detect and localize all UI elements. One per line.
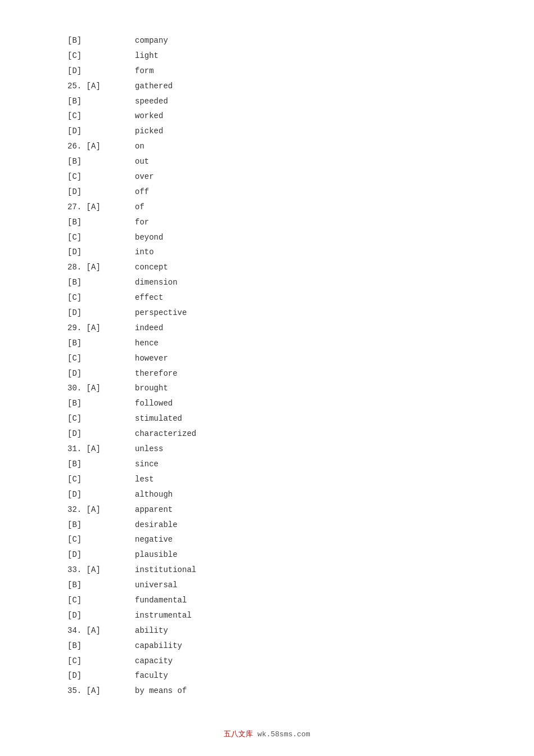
item-word: effect — [135, 291, 163, 305]
list-item: 29. [A]indeed — [67, 321, 467, 336]
item-label: [C] — [67, 654, 135, 669]
item-label: 29. [A] — [67, 321, 135, 336]
list-item: [B]followed — [67, 397, 467, 411]
item-label: [B] — [67, 155, 135, 169]
list-item: [C]light — [67, 49, 467, 64]
footer: 五八文库 wk.58sms.com — [0, 729, 534, 739]
item-label: 31. [A] — [67, 442, 135, 457]
item-word: desirable — [135, 518, 178, 533]
item-word: on — [135, 140, 144, 154]
item-label: 32. [A] — [67, 503, 135, 518]
item-label: [D] — [67, 488, 135, 502]
item-word: instrumental — [135, 609, 192, 623]
list-item: [C]fundamental — [67, 593, 467, 608]
item-label: 34. [A] — [67, 624, 135, 638]
list-item: [C]worked — [67, 109, 467, 124]
item-label: [B] — [67, 276, 135, 290]
list-item: [B]capability — [67, 639, 467, 654]
item-word: apparent — [135, 503, 173, 518]
item-word: negative — [135, 533, 173, 547]
item-word: followed — [135, 397, 173, 411]
item-label: [B] — [67, 457, 135, 472]
item-label: [D] — [67, 306, 135, 321]
list-item: [D]characterized — [67, 427, 467, 442]
list-item: [C]however — [67, 352, 467, 366]
item-word: picked — [135, 124, 163, 139]
list-item: [D]off — [67, 185, 467, 200]
list-item: 25. [A]gathered — [67, 79, 467, 94]
item-label: [C] — [67, 352, 135, 366]
list-item: [B]dimension — [67, 276, 467, 290]
item-word: into — [135, 245, 154, 260]
item-word: faculty — [135, 669, 168, 683]
item-label: 26. [A] — [67, 140, 135, 154]
item-label: 30. [A] — [67, 381, 135, 396]
item-word: brought — [135, 381, 168, 396]
item-label: [C] — [67, 533, 135, 547]
list-item: [B]out — [67, 155, 467, 169]
item-label: [C] — [67, 472, 135, 487]
item-label: [D] — [67, 64, 135, 79]
list-item: [B]hence — [67, 336, 467, 351]
item-word: indeed — [135, 321, 163, 336]
item-word: although — [135, 488, 173, 502]
list-item: [C]capacity — [67, 654, 467, 669]
list-item: [B]since — [67, 457, 467, 472]
item-word: form — [135, 64, 154, 79]
list-item: [D]picked — [67, 124, 467, 139]
item-label: [C] — [67, 412, 135, 426]
item-label: 28. [A] — [67, 260, 135, 275]
item-word: concept — [135, 260, 168, 275]
item-word: universal — [135, 578, 178, 593]
item-label: [D] — [67, 185, 135, 200]
item-label: [C] — [67, 231, 135, 245]
item-word: since — [135, 457, 159, 472]
item-word: by means of — [135, 684, 187, 699]
item-label: 35. [A] — [67, 684, 135, 699]
list-item: [C]stimulated — [67, 412, 467, 426]
item-word: over — [135, 170, 154, 184]
item-label: 25. [A] — [67, 79, 135, 94]
item-label: 33. [A] — [67, 563, 135, 578]
item-word: ability — [135, 624, 168, 638]
item-label: [D] — [67, 427, 135, 442]
item-word: characterized — [135, 427, 196, 442]
list-item: [D]instrumental — [67, 609, 467, 623]
item-word: for — [135, 215, 149, 230]
list-item: 31. [A]unless — [67, 442, 467, 457]
item-label: [B] — [67, 397, 135, 411]
item-word: capability — [135, 639, 182, 654]
item-word: capacity — [135, 654, 173, 669]
list-item: [D]into — [67, 245, 467, 260]
item-word: company — [135, 34, 168, 48]
item-label: [B] — [67, 215, 135, 230]
footer-url: wk.58sms.com — [253, 730, 310, 739]
item-word: gathered — [135, 79, 173, 94]
item-word: lest — [135, 472, 154, 487]
item-label: [B] — [67, 578, 135, 593]
item-word: out — [135, 155, 149, 169]
item-word: hence — [135, 336, 159, 351]
main-content: [B]company[C]light[D]form25. [A]gathered… — [0, 0, 534, 744]
item-label: [D] — [67, 124, 135, 139]
item-label: [C] — [67, 49, 135, 64]
list-item: [B]company — [67, 34, 467, 48]
item-word: institutional — [135, 563, 196, 578]
item-label: [C] — [67, 593, 135, 608]
list-item: [D]form — [67, 64, 467, 79]
list-item: [B]desirable — [67, 518, 467, 533]
list-item: 28. [A]concept — [67, 260, 467, 275]
item-label: [D] — [67, 609, 135, 623]
item-word: plausible — [135, 548, 178, 562]
list-item: [B]for — [67, 215, 467, 230]
list-item: 34. [A]ability — [67, 624, 467, 638]
list-item: 30. [A]brought — [67, 381, 467, 396]
item-word: stimulated — [135, 412, 182, 426]
list-item: 27. [A]of — [67, 200, 467, 215]
item-label: [D] — [67, 548, 135, 562]
item-word: unless — [135, 442, 163, 457]
item-label: [B] — [67, 94, 135, 109]
item-word: worked — [135, 109, 163, 124]
item-word: beyond — [135, 231, 163, 245]
list-item: 33. [A]institutional — [67, 563, 467, 578]
